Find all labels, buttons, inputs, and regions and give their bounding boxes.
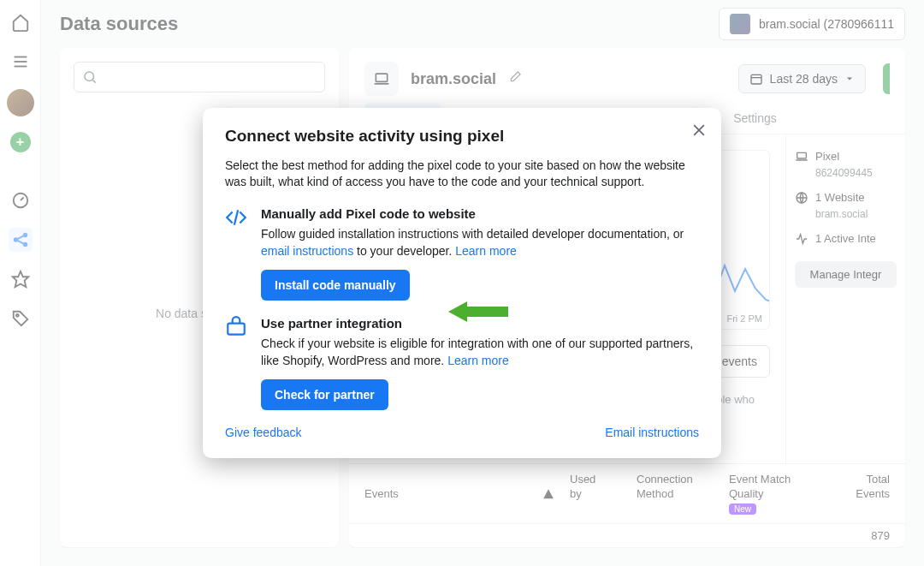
close-icon[interactable] <box>690 122 708 142</box>
modal-title: Connect website activity using pixel <box>225 127 699 146</box>
annotation-arrow <box>448 300 508 324</box>
install-manually-button[interactable]: Install code manually <box>261 270 410 301</box>
opt2-text: Check if your website is eligible for in… <box>261 336 699 369</box>
opt1-text: Follow guided installation instructions … <box>261 226 699 259</box>
email-instructions-link[interactable]: email instructions <box>261 244 353 258</box>
code-icon <box>225 206 249 301</box>
option-manual: Manually add Pixel code to website Follo… <box>225 206 699 301</box>
check-partner-button[interactable]: Check for partner <box>261 379 388 410</box>
email-instructions-footer-link[interactable]: Email instructions <box>605 426 699 439</box>
svg-marker-22 <box>448 301 508 322</box>
modal-footer: Give feedback Email instructions <box>225 426 699 439</box>
option-partner: Use partner integration Check if your we… <box>225 316 699 410</box>
opt1-title: Manually add Pixel code to website <box>261 206 699 221</box>
svg-rect-21 <box>228 324 245 335</box>
learn-more-link-2[interactable]: Learn more <box>447 354 509 367</box>
modal-overlay: Connect website activity using pixel Sel… <box>0 0 924 566</box>
give-feedback-link[interactable]: Give feedback <box>225 426 302 439</box>
modal-intro: Select the best method for adding the pi… <box>225 158 699 191</box>
partner-icon <box>225 316 249 410</box>
learn-more-link-1[interactable]: Learn more <box>455 244 517 258</box>
connect-modal: Connect website activity using pixel Sel… <box>203 108 721 459</box>
svg-line-20 <box>234 210 238 224</box>
